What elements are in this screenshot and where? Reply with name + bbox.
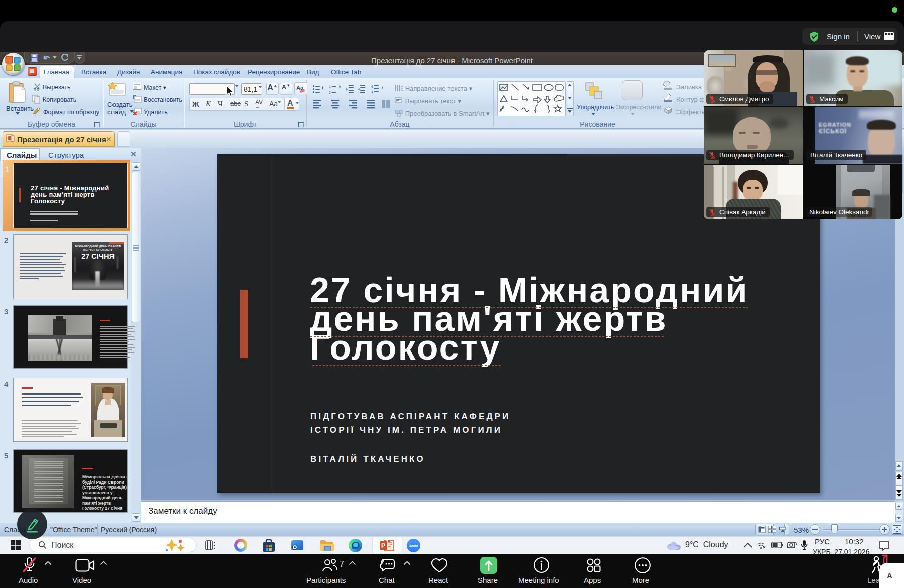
svg-text:2: 2 <box>329 91 331 94</box>
svg-text:1: 1 <box>329 85 331 88</box>
svg-text:P: P <box>381 542 385 549</box>
